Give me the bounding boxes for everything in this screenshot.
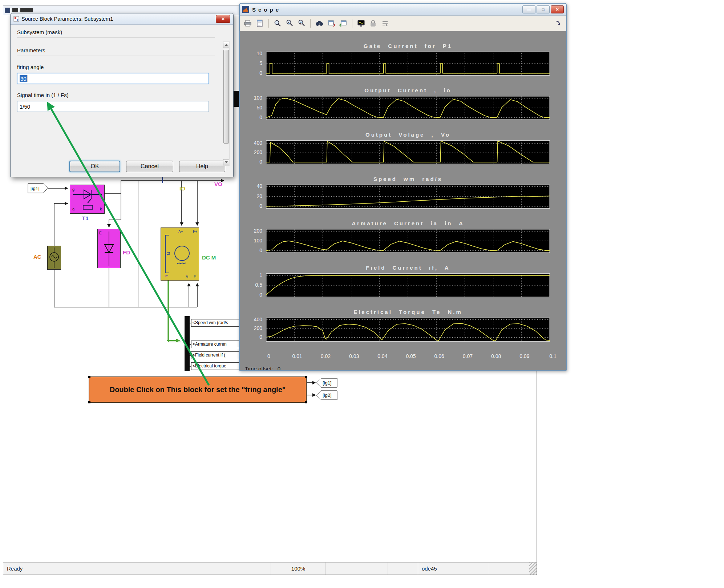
close-button[interactable]: ✕ xyxy=(551,5,564,13)
signal-time-input[interactable]: 1/50 xyxy=(17,101,209,112)
x-tick-label: 0.07 xyxy=(463,353,473,359)
maximize-button[interactable]: □ xyxy=(537,5,550,13)
status-zoom: 100% xyxy=(271,563,326,575)
freewheel-diode-block[interactable]: E xyxy=(97,229,121,268)
svg-text:FL: FL xyxy=(166,252,170,256)
resize-grip[interactable] xyxy=(529,563,537,575)
y-tick-label: 20 xyxy=(256,193,262,199)
y-tick-label: 100 xyxy=(254,95,262,101)
x-tick-label: 0.09 xyxy=(519,353,529,359)
plot-canvas xyxy=(266,318,550,342)
svg-text:A+: A+ xyxy=(178,230,183,234)
scope-subplot: Output Volage , Vo0200400 xyxy=(243,131,566,164)
y-tick-label: 0 xyxy=(259,292,262,298)
io-label: IO xyxy=(179,185,185,192)
svg-text:m: m xyxy=(165,274,168,278)
y-tick-label: 0 xyxy=(259,70,262,76)
scrollbar-thumb[interactable] xyxy=(223,50,229,144)
plot-title: Armature Current ia in A xyxy=(266,220,550,229)
from-tag-ig1[interactable]: [ig1] xyxy=(28,183,49,193)
zoom-x-icon[interactable]: x xyxy=(284,18,295,28)
dialog-icon xyxy=(13,16,19,22)
y-tick-label: 0 xyxy=(259,247,262,253)
y-tick-label: 0 xyxy=(259,114,262,120)
svg-text:y: y xyxy=(300,21,302,24)
title-fragment xyxy=(12,8,18,12)
dialog-titlebar[interactable]: Source Block Parameters: Subsystem1 ✕ xyxy=(11,13,233,25)
goto-tag-ig1[interactable]: [ig1] xyxy=(316,378,338,388)
restore-axes-icon[interactable] xyxy=(338,18,348,28)
autoscale-icon[interactable] xyxy=(314,18,324,28)
printer-icon[interactable] xyxy=(243,18,253,28)
svg-text:A-: A- xyxy=(186,275,189,279)
x-tick-label: 0.06 xyxy=(434,353,444,359)
y-tick-label: 200 xyxy=(254,325,262,331)
bus-signal-label: <Field current if ( xyxy=(191,351,240,359)
svg-text:k: k xyxy=(100,207,102,211)
dialog-close-button[interactable]: ✕ xyxy=(216,15,230,23)
floating-scope-icon[interactable] xyxy=(356,18,366,28)
plot-canvas xyxy=(266,229,550,253)
svg-text:F+: F+ xyxy=(193,230,197,234)
vo-label: VO xyxy=(214,181,222,187)
simulink-window-icon xyxy=(5,8,10,13)
zoom-y-icon[interactable]: y xyxy=(296,18,307,28)
scope-window: Scope — □ ✕ x y xyxy=(239,3,567,371)
y-tick-label: 400 xyxy=(254,317,262,322)
bus-signal-label: <Speed wm (rad/s xyxy=(191,319,240,327)
ac-source-block[interactable] xyxy=(47,246,61,270)
annotation-text: Double Click on This block for set the "… xyxy=(110,386,286,394)
bus-signal-label: <Electrical torque xyxy=(191,362,240,370)
y-tick-label: 400 xyxy=(254,140,262,146)
y-tick-label: 200 xyxy=(254,228,262,234)
dialog-scrollbar[interactable] xyxy=(223,41,230,166)
firing-angle-input[interactable]: 30 xyxy=(17,73,209,84)
scope-titlebar[interactable]: Scope — □ ✕ xyxy=(240,4,566,16)
zoom-icon[interactable] xyxy=(272,18,283,28)
fd-label: FD xyxy=(123,249,130,255)
demux-block[interactable] xyxy=(185,316,190,371)
dock-icon[interactable] xyxy=(553,18,563,28)
parameters-header: Parameters xyxy=(17,47,227,53)
x-tick-label: 0.08 xyxy=(491,353,501,359)
plot-title: Gate Current for P1 xyxy=(266,42,550,52)
save-axes-icon[interactable] xyxy=(326,18,336,28)
help-button[interactable]: Help xyxy=(179,161,225,172)
svg-text:F-: F- xyxy=(194,275,197,279)
svg-text:[ig1]: [ig1] xyxy=(323,380,332,386)
svg-text:E: E xyxy=(99,231,102,235)
minimize-button[interactable]: — xyxy=(522,5,535,13)
t1-label: T1 xyxy=(82,215,89,221)
dc-machine-block[interactable]: FL A+ F+ A- F- m xyxy=(161,227,199,281)
signal-time-label: Signal time in (1 / Fs) xyxy=(17,92,227,98)
scope-subplot: Gate Current for P10510 xyxy=(243,42,566,76)
mask-header: Subsystem (mask) xyxy=(17,29,227,35)
status-solver: ode45 xyxy=(418,563,489,575)
scope-subplot: Output Current , io050100 xyxy=(243,86,566,120)
goto-tag-ig2[interactable]: [ig2] xyxy=(316,390,338,400)
scope-toolbar: x y xyxy=(240,16,566,31)
svg-text:g: g xyxy=(72,187,74,192)
title-fragment xyxy=(20,8,33,12)
y-tick-label: 50 xyxy=(256,105,262,110)
cancel-button[interactable]: Cancel xyxy=(126,161,173,172)
scroll-down-icon[interactable] xyxy=(223,159,229,165)
y-tick-label: 0 xyxy=(259,334,262,340)
signal-selection-icon[interactable] xyxy=(380,18,390,28)
plot-canvas xyxy=(266,96,550,120)
parameters-icon[interactable] xyxy=(255,18,265,28)
x-tick-label: 0 xyxy=(267,353,270,359)
firing-angle-label: firing angle xyxy=(17,64,227,70)
x-tick-label: 0.1 xyxy=(549,353,556,359)
ok-button[interactable]: OK xyxy=(69,161,120,172)
lock-axes-icon[interactable] xyxy=(368,18,378,28)
status-panel xyxy=(489,563,529,575)
scope-title: Scope xyxy=(252,7,521,13)
scroll-up-icon[interactable] xyxy=(223,42,229,48)
status-panel xyxy=(326,563,388,575)
svg-text:a: a xyxy=(72,207,75,211)
scope-window-icon xyxy=(242,6,249,13)
x-tick-label: 0.05 xyxy=(406,353,416,359)
annotation-block[interactable]: Double Click on This block for set the "… xyxy=(89,376,307,403)
thyristor-block[interactable]: g a k xyxy=(70,185,105,214)
